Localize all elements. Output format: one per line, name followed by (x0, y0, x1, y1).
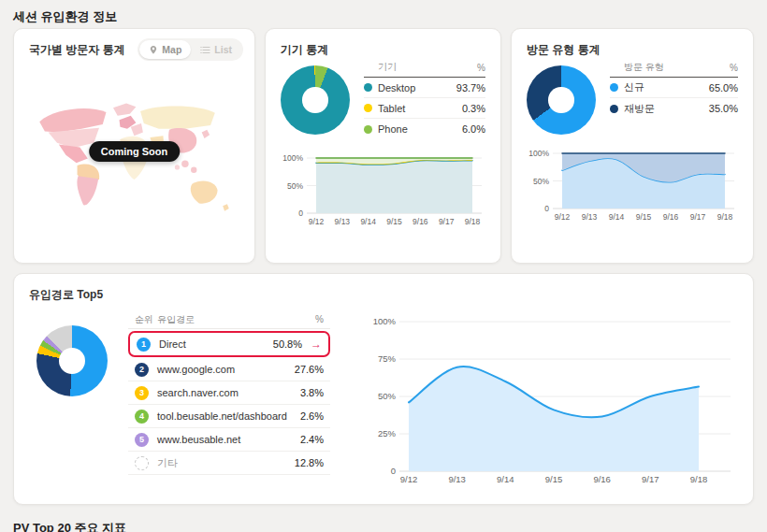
svg-text:9/18: 9/18 (690, 474, 708, 484)
referral-value: 50.8% (273, 338, 302, 350)
svg-text:9/16: 9/16 (663, 212, 679, 222)
referral-row-google[interactable]: 2 www.google.com 27.6% (128, 358, 330, 381)
svg-text:9/12: 9/12 (309, 217, 325, 226)
map-pin-icon (149, 45, 158, 55)
referral-value: 2.4% (300, 434, 324, 445)
list-toggle-label: List (214, 44, 232, 55)
svg-text:9/12: 9/12 (400, 474, 418, 484)
device-value: 0.3% (462, 103, 485, 114)
svg-text:100%: 100% (373, 316, 397, 326)
visit-value: 65.0% (709, 82, 738, 93)
visit-card-title: 방문 유형 통계 (527, 42, 738, 58)
visit-col-header: 방문 유형 (610, 61, 730, 74)
svg-text:50%: 50% (533, 177, 549, 186)
rank-badge: 4 (135, 410, 149, 424)
rank-badge: 2 (135, 363, 149, 377)
svg-text:9/14: 9/14 (609, 212, 625, 222)
referral-label: www.google.com (157, 364, 295, 375)
device-stats-card: 기기 통계 기기 % Desktop 93.7% Tablet 0.3% (265, 28, 501, 264)
referral-value: 3.8% (300, 387, 324, 398)
table-row-desktop: Desktop 93.7% (364, 78, 485, 98)
device-table-header: 기기 % (364, 60, 485, 78)
referral-row-direct[interactable]: 1 Direct 50.8% → (128, 331, 330, 357)
referral-table: 순위 유입경로 % 1 Direct 50.8% → 2 www.google.… (128, 310, 330, 494)
referral-card-title: 유입경로 Top5 (29, 287, 738, 303)
device-table: 기기 % Desktop 93.7% Tablet 0.3% Phone 6.0… (364, 60, 485, 139)
rank-badge: 3 (135, 386, 149, 400)
visit-label: 신규 (624, 80, 709, 94)
visit-value: 35.0% (709, 103, 738, 114)
svg-text:9/15: 9/15 (545, 474, 563, 484)
device-value: 6.0% (462, 123, 485, 135)
referral-value: 12.8% (295, 457, 324, 468)
referral-trend-chart: 025%50%75%100%9/129/139/149/159/169/179/… (368, 309, 734, 494)
svg-text:50%: 50% (287, 181, 303, 191)
visit-type-stats-card: 방문 유형 통계 방문 유형 % 신규 65.0% 재방문 35.0% (511, 28, 754, 264)
referral-row-tool-beusable[interactable]: 4 tool.beusable.net/dashboard 2.6% (128, 405, 330, 428)
rank-badge (135, 456, 149, 470)
svg-text:0: 0 (391, 466, 396, 476)
referral-row-naver[interactable]: 3 search.naver.com 3.8% (128, 381, 330, 405)
coming-soon-tooltip: Coming Soon (89, 141, 181, 162)
svg-text:9/15: 9/15 (386, 217, 402, 226)
svg-text:9/17: 9/17 (439, 217, 455, 226)
visit-table: 방문 유형 % 신규 65.0% 재방문 35.0% (610, 60, 738, 135)
referral-label: tool.beusable.net/dashboard (157, 410, 300, 422)
rank-badge: 5 (135, 433, 149, 447)
referral-donut-chart (36, 325, 108, 396)
visit-table-header: 방문 유형 % (610, 60, 738, 78)
referral-row-etc[interactable]: 기타 12.8% (128, 452, 330, 475)
referral-label: www.beusable.net (157, 434, 300, 445)
device-donut-chart (281, 65, 350, 135)
svg-text:9/13: 9/13 (335, 217, 351, 226)
referral-value: 2.6% (300, 410, 324, 422)
map-list-toggle: Map List (137, 38, 243, 61)
svg-text:9/18: 9/18 (465, 217, 481, 226)
series-color-dot (610, 83, 618, 92)
svg-text:9/13: 9/13 (448, 474, 466, 484)
section-title: 세션 유입환경 정보 (0, 0, 767, 28)
svg-text:9/17: 9/17 (690, 212, 706, 222)
svg-text:9/18: 9/18 (717, 212, 733, 222)
referral-top5-card: 유입경로 Top5 순위 유입경로 % 1 Direct 50.8% → 2 w… (13, 273, 754, 505)
svg-text:100%: 100% (528, 149, 549, 158)
referral-label: search.naver.com (157, 387, 300, 398)
map-toggle-label: Map (162, 44, 181, 55)
svg-text:9/14: 9/14 (360, 217, 376, 226)
series-color-dot (364, 104, 372, 112)
table-row-new-visitor: 신규 65.0% (610, 78, 738, 98)
list-icon (200, 46, 210, 54)
device-trend-chart: 050%100%9/129/139/149/159/169/179/18 (281, 151, 485, 229)
series-color-dot (610, 105, 618, 113)
svg-text:9/16: 9/16 (412, 217, 428, 226)
arrow-right-icon[interactable]: → (311, 338, 322, 351)
referral-label: Direct (159, 338, 273, 350)
path-col-header: 유입경로 (157, 313, 315, 326)
device-label: Tablet (378, 103, 462, 114)
svg-text:9/17: 9/17 (642, 474, 659, 484)
list-toggle-button[interactable]: List (191, 40, 241, 59)
visit-donut-chart (527, 65, 596, 135)
svg-text:9/13: 9/13 (582, 212, 598, 222)
svg-text:100%: 100% (282, 153, 303, 163)
referral-row-beusable[interactable]: 5 www.beusable.net 2.4% (128, 428, 330, 452)
referral-label: 기타 (157, 456, 295, 470)
device-card-title: 기기 통계 (281, 42, 485, 58)
svg-text:9/16: 9/16 (593, 474, 611, 484)
rank-badge: 1 (137, 338, 151, 352)
percent-col-header: % (477, 63, 485, 73)
referral-value: 27.6% (295, 364, 324, 375)
svg-text:75%: 75% (378, 353, 397, 364)
map-toggle-button[interactable]: Map (139, 40, 191, 59)
world-map: Coming Soon (29, 64, 239, 255)
device-col-header: 기기 (364, 61, 477, 74)
visit-label: 재방문 (624, 102, 709, 116)
device-label: Phone (378, 123, 462, 135)
country-stats-card: 국가별 방문자 통계 Map List (13, 28, 255, 264)
series-color-dot (364, 83, 372, 92)
table-row-phone: Phone 6.0% (364, 119, 485, 139)
svg-text:9/12: 9/12 (555, 212, 571, 222)
percent-col-header: % (315, 314, 324, 324)
svg-text:25%: 25% (378, 428, 397, 439)
table-row-tablet: Tablet 0.3% (364, 98, 485, 119)
